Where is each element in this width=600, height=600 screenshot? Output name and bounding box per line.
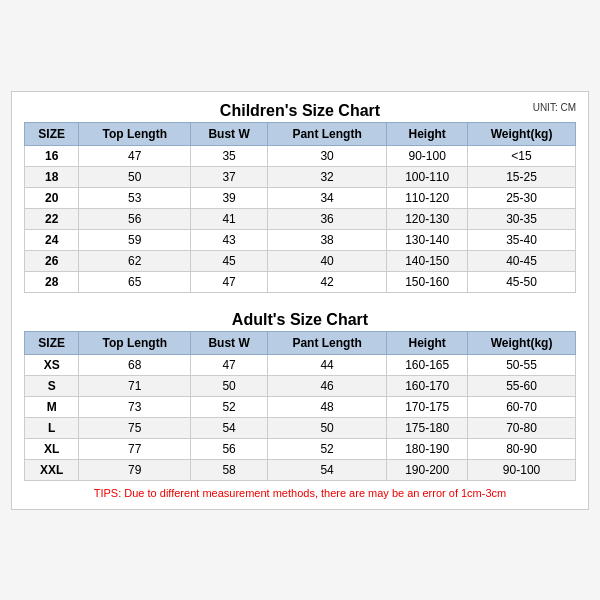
- data-cell: 65: [79, 271, 191, 292]
- data-cell: 48: [267, 396, 386, 417]
- size-cell: M: [25, 396, 79, 417]
- data-cell: 35-40: [468, 229, 576, 250]
- data-cell: 56: [191, 438, 268, 459]
- adults-col-header: Bust W: [191, 331, 268, 354]
- adults-row: S715046160-17055-60: [25, 375, 576, 396]
- adults-col-header: Weight(kg): [468, 331, 576, 354]
- size-cell: S: [25, 375, 79, 396]
- size-cell: L: [25, 417, 79, 438]
- children-col-header: Pant Length: [267, 122, 386, 145]
- children-title-row: Children's Size Chart UNIT: CM: [24, 102, 576, 120]
- data-cell: 160-165: [387, 354, 468, 375]
- data-cell: 54: [267, 459, 386, 480]
- children-body: 1647353090-100<1518503732100-11015-25205…: [25, 145, 576, 292]
- data-cell: 73: [79, 396, 191, 417]
- adults-row: XL775652180-19080-90: [25, 438, 576, 459]
- children-col-header: Bust W: [191, 122, 268, 145]
- data-cell: 120-130: [387, 208, 468, 229]
- children-col-header: Height: [387, 122, 468, 145]
- adults-row: M735248170-17560-70: [25, 396, 576, 417]
- data-cell: 40: [267, 250, 386, 271]
- size-cell: 28: [25, 271, 79, 292]
- data-cell: 55-60: [468, 375, 576, 396]
- children-row: 18503732100-11015-25: [25, 166, 576, 187]
- data-cell: 44: [267, 354, 386, 375]
- size-cell: 22: [25, 208, 79, 229]
- data-cell: 32: [267, 166, 386, 187]
- size-cell: 24: [25, 229, 79, 250]
- data-cell: 90-100: [387, 145, 468, 166]
- data-cell: 43: [191, 229, 268, 250]
- data-cell: 46: [267, 375, 386, 396]
- data-cell: 75: [79, 417, 191, 438]
- data-cell: 30-35: [468, 208, 576, 229]
- data-cell: 59: [79, 229, 191, 250]
- data-cell: 37: [191, 166, 268, 187]
- children-thead: SIZETop LengthBust WPant LengthHeightWei…: [25, 122, 576, 145]
- data-cell: 47: [191, 271, 268, 292]
- data-cell: 52: [267, 438, 386, 459]
- adults-row: XS684744160-16550-55: [25, 354, 576, 375]
- data-cell: 71: [79, 375, 191, 396]
- data-cell: 47: [79, 145, 191, 166]
- children-row: 1647353090-100<15: [25, 145, 576, 166]
- adults-thead: SIZETop LengthBust WPant LengthHeightWei…: [25, 331, 576, 354]
- children-col-header: SIZE: [25, 122, 79, 145]
- data-cell: 140-150: [387, 250, 468, 271]
- data-cell: 15-25: [468, 166, 576, 187]
- children-row: 22564136120-13030-35: [25, 208, 576, 229]
- data-cell: 130-140: [387, 229, 468, 250]
- data-cell: 79: [79, 459, 191, 480]
- data-cell: 47: [191, 354, 268, 375]
- data-cell: 110-120: [387, 187, 468, 208]
- children-table: SIZETop LengthBust WPant LengthHeightWei…: [24, 122, 576, 293]
- data-cell: <15: [468, 145, 576, 166]
- adults-col-header: Top Length: [79, 331, 191, 354]
- data-cell: 68: [79, 354, 191, 375]
- children-col-header: Top Length: [79, 122, 191, 145]
- data-cell: 170-175: [387, 396, 468, 417]
- size-cell: XL: [25, 438, 79, 459]
- data-cell: 180-190: [387, 438, 468, 459]
- data-cell: 100-110: [387, 166, 468, 187]
- data-cell: 62: [79, 250, 191, 271]
- data-cell: 53: [79, 187, 191, 208]
- data-cell: 42: [267, 271, 386, 292]
- adults-body: XS684744160-16550-55S715046160-17055-60M…: [25, 354, 576, 480]
- children-col-header: Weight(kg): [468, 122, 576, 145]
- adults-header-row: SIZETop LengthBust WPant LengthHeightWei…: [25, 331, 576, 354]
- size-cell: 18: [25, 166, 79, 187]
- size-cell: XXL: [25, 459, 79, 480]
- data-cell: 50: [191, 375, 268, 396]
- data-cell: 150-160: [387, 271, 468, 292]
- data-cell: 41: [191, 208, 268, 229]
- data-cell: 25-30: [468, 187, 576, 208]
- data-cell: 50-55: [468, 354, 576, 375]
- chart-container: Children's Size Chart UNIT: CM SIZETop L…: [11, 91, 589, 510]
- size-cell: XS: [25, 354, 79, 375]
- data-cell: 34: [267, 187, 386, 208]
- size-cell: 16: [25, 145, 79, 166]
- children-row: 26624540140-15040-45: [25, 250, 576, 271]
- data-cell: 56: [79, 208, 191, 229]
- data-cell: 40-45: [468, 250, 576, 271]
- adults-col-header: Pant Length: [267, 331, 386, 354]
- children-row: 20533934110-12025-30: [25, 187, 576, 208]
- data-cell: 77: [79, 438, 191, 459]
- data-cell: 36: [267, 208, 386, 229]
- children-row: 28654742150-16045-50: [25, 271, 576, 292]
- data-cell: 38: [267, 229, 386, 250]
- tips-text: TIPS: Due to different measurement metho…: [24, 487, 576, 499]
- children-title: Children's Size Chart: [220, 102, 380, 119]
- children-header-row: SIZETop LengthBust WPant LengthHeightWei…: [25, 122, 576, 145]
- adults-table: SIZETop LengthBust WPant LengthHeightWei…: [24, 331, 576, 481]
- adults-col-header: SIZE: [25, 331, 79, 354]
- size-cell: 20: [25, 187, 79, 208]
- data-cell: 190-200: [387, 459, 468, 480]
- data-cell: 54: [191, 417, 268, 438]
- unit-label: UNIT: CM: [533, 102, 576, 113]
- data-cell: 80-90: [468, 438, 576, 459]
- data-cell: 70-80: [468, 417, 576, 438]
- data-cell: 30: [267, 145, 386, 166]
- data-cell: 58: [191, 459, 268, 480]
